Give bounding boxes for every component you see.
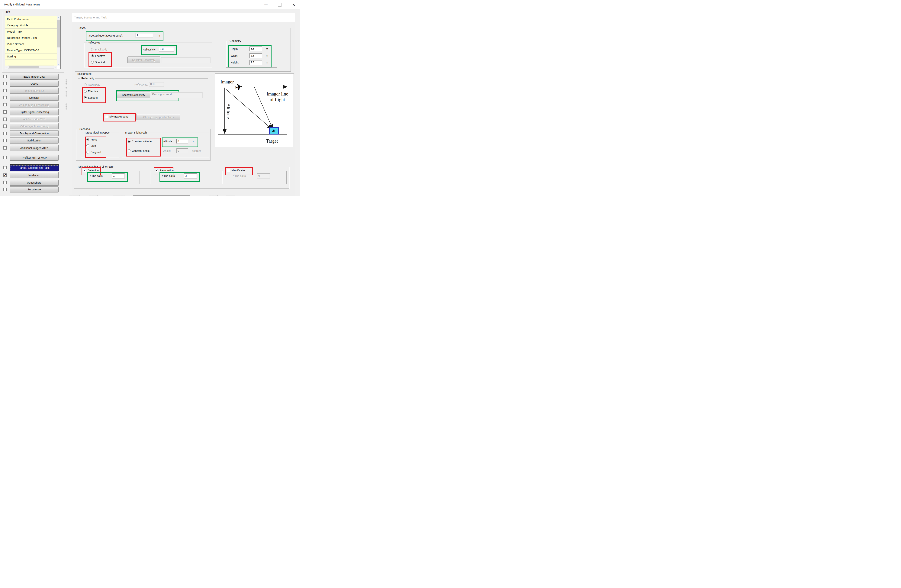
module-checkbox-target-scenario-and-task[interactable] bbox=[3, 166, 6, 169]
geometry-depth-input[interactable]: 5.6 bbox=[249, 47, 262, 51]
vertical-scroll-thumb[interactable] bbox=[57, 20, 60, 47]
info-row: Staring bbox=[5, 53, 57, 60]
module-checkbox-prefilter-mtf-or-mcp[interactable] bbox=[3, 156, 6, 159]
target-blackbody-label: Blackbody bbox=[95, 48, 108, 51]
background-spectral-reflectivity-button[interactable]: Spectral Reflectivity bbox=[117, 92, 150, 98]
recognition-checkbox[interactable] bbox=[155, 169, 158, 172]
detection-checkbox[interactable] bbox=[83, 169, 86, 172]
target-spectral-reflectivity-button: Spectral Reflectivity bbox=[128, 56, 160, 63]
geometry-group-label: Geometry bbox=[229, 39, 242, 42]
module-checkbox-basic-imager-data[interactable] bbox=[3, 75, 6, 78]
module-checkbox-display-and-observation[interactable] bbox=[3, 132, 6, 135]
aspect-front-label: Front bbox=[90, 138, 97, 141]
module-checkbox-atmosphere[interactable] bbox=[3, 181, 6, 184]
background-blackbody-radio bbox=[84, 83, 87, 86]
scroll-left-icon[interactable]: ◄ bbox=[5, 66, 8, 69]
geometry-width-input[interactable]: 2.3 bbox=[249, 53, 262, 58]
module-button-turbulence[interactable]: Turbulence bbox=[10, 186, 59, 192]
info-group-label: Info bbox=[5, 10, 11, 13]
background-group-label: Background bbox=[76, 72, 92, 75]
module-checkbox-digital-signal-processing[interactable] bbox=[3, 110, 6, 114]
maximize-icon[interactable] bbox=[278, 3, 282, 6]
identification-label: Identification bbox=[231, 169, 247, 172]
scroll-up-icon[interactable]: ▲ bbox=[57, 16, 60, 19]
module-checkbox-video-signal-processing[interactable] bbox=[3, 125, 6, 128]
bottom-cutoff-button bbox=[89, 195, 98, 196]
aspect-diagonal-label: Diagonal bbox=[90, 151, 101, 154]
info-row: Model: TRM bbox=[5, 29, 57, 35]
constant-angle-radio[interactable] bbox=[128, 149, 131, 152]
scenario-altitude-label: Altitude: bbox=[163, 140, 173, 143]
scenario-diagram: Imager ✈ Imager line of flight Altitude … bbox=[215, 73, 293, 147]
recognition-line-pairs-input[interactable]: 3 bbox=[184, 173, 197, 179]
background-reflectivity-value-label: Reflectivity: bbox=[134, 83, 148, 86]
aspect-front-radio[interactable] bbox=[86, 138, 89, 141]
module-checkbox-stabilization[interactable] bbox=[3, 139, 6, 142]
module-checkbox-turbulence[interactable] bbox=[3, 188, 6, 191]
imager-flight-path-label: Imager Flight Path bbox=[124, 131, 148, 134]
target-effective-radio[interactable] bbox=[91, 55, 94, 57]
detection-line-pairs-input[interactable]: 1 bbox=[112, 173, 125, 179]
scroll-down-icon[interactable]: ▼ bbox=[57, 62, 60, 66]
module-checkbox-additional-imager-mtfs[interactable] bbox=[3, 147, 6, 150]
hidden-button-edge bbox=[65, 79, 67, 81]
scroll-right-icon[interactable]: ► bbox=[54, 66, 57, 69]
background-spectral-label: Spectral bbox=[88, 96, 98, 99]
constant-angle-label: Constant angle bbox=[132, 149, 150, 152]
geometry-width-unit: m bbox=[266, 54, 268, 57]
module-button-display-and-observation[interactable]: Display and Observation bbox=[10, 130, 59, 136]
identification-line-pairs-input: 6 bbox=[257, 173, 270, 179]
module-checkbox-optics[interactable] bbox=[3, 82, 6, 85]
constant-altitude-radio[interactable] bbox=[128, 140, 131, 143]
background-reflectivity-input: 0.15 bbox=[149, 82, 164, 87]
identification-checkbox[interactable] bbox=[227, 169, 230, 172]
module-button-atmosphere[interactable]: Atmosphere bbox=[10, 180, 59, 186]
hidden-button-edge bbox=[65, 83, 67, 85]
module-checkbox-detector[interactable] bbox=[3, 96, 6, 99]
module-button-digital-signal-processing[interactable]: Digital Signal Processing bbox=[10, 109, 59, 115]
module-checkbox-irradiance[interactable] bbox=[3, 173, 6, 177]
background-effective-label: Effective bbox=[88, 90, 98, 93]
info-row: Field Performance bbox=[5, 16, 57, 22]
module-checkbox-analog-signal-processing[interactable] bbox=[3, 103, 6, 106]
module-button-ad-converter-mtf: AD Converter MTF bbox=[10, 116, 59, 122]
target-effective-label: Effective bbox=[95, 55, 105, 58]
background-spectral-radio[interactable] bbox=[84, 96, 87, 99]
module-button-irradiance[interactable]: Irradiance bbox=[10, 172, 59, 178]
detection-label: Detection bbox=[87, 169, 99, 172]
module-button-detector[interactable]: Detector bbox=[10, 95, 59, 101]
hidden-button-edge bbox=[65, 87, 67, 89]
sky-background-checkbox[interactable] bbox=[105, 115, 108, 118]
close-icon[interactable]: ✕ bbox=[292, 3, 295, 7]
title-bar: Modify Individual Parameters — ✕ bbox=[0, 0, 300, 9]
minimize-icon[interactable]: — bbox=[264, 2, 268, 6]
background-spectral-reflectivity-input[interactable]: Green grassland bbox=[151, 92, 203, 98]
module-button-target-scenario-and-task[interactable]: Target, Scenario and Task bbox=[9, 164, 59, 171]
horizontal-scroll-thumb[interactable] bbox=[9, 66, 39, 69]
module-button-additional-imager-mtfs[interactable]: Additional Imager MTFs bbox=[10, 145, 59, 151]
target-altitude-unit: m bbox=[158, 34, 160, 37]
hidden-button-edge bbox=[65, 93, 67, 95]
scenario-altitude-input[interactable]: 0 bbox=[176, 139, 188, 143]
target-altitude-input[interactable]: 1 bbox=[136, 33, 153, 37]
aspect-diagonal-radio[interactable] bbox=[86, 151, 89, 153]
recognition-line-pairs-label: # line pairs bbox=[162, 175, 175, 178]
module-button-image-intensifier: Image Intensifier bbox=[10, 88, 59, 94]
target-reflectivity-input[interactable]: 0.3 bbox=[159, 47, 174, 51]
background-effective-radio[interactable] bbox=[84, 90, 87, 93]
scenario-angle-input: 0 bbox=[176, 148, 188, 153]
target-spectral-radio[interactable] bbox=[91, 61, 94, 64]
module-button-prefilter-mtf-or-mcp[interactable]: Prefilter MTF or MCP bbox=[10, 154, 59, 161]
module-checkbox-image-intensifier[interactable] bbox=[3, 89, 6, 92]
diagram-altitude-label: Altitude bbox=[226, 103, 231, 119]
identification-group bbox=[222, 171, 287, 184]
module-button-optics[interactable]: Optics bbox=[10, 81, 59, 87]
recognition-group bbox=[150, 171, 212, 184]
module-button-analog-signal-processing: Analog Signal Processing bbox=[10, 102, 59, 108]
background-blackbody-label: Blackbody bbox=[88, 83, 100, 86]
aspect-side-radio[interactable] bbox=[86, 144, 89, 147]
module-checkbox-ad-converter-mtf[interactable] bbox=[3, 117, 6, 121]
geometry-height-input[interactable]: 2.3 bbox=[249, 60, 262, 65]
module-button-basic-imager-data[interactable]: Basic Imager Data bbox=[10, 73, 59, 80]
module-button-stabilization[interactable]: Stabilization bbox=[10, 137, 59, 143]
